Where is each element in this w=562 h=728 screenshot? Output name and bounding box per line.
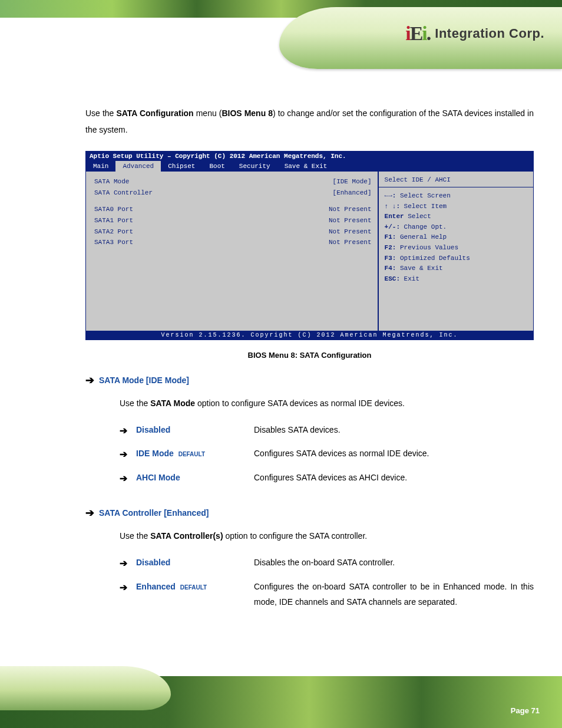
bios-row-value: Not Present [329,204,372,215]
separator [379,187,533,187]
text: Use the [120,531,150,541]
bios-row-value: Not Present [329,226,372,238]
option-desc: Configures the on-board SATA controller … [254,579,534,610]
bios-row-value: Not Present [329,215,372,226]
option-default: DEFAULT [178,451,205,457]
bios-row-label: SATA2 Port [94,226,133,238]
help-row: F2: Previous Values [385,243,527,253]
option-desc: Configures SATA devices as AHCI device. [254,470,534,486]
option-label: Disabled [136,422,254,438]
bios-row-label: SATA1 Port [94,215,133,226]
intro-text: menu ( [194,108,222,118]
param-title: SATA Mode [IDE Mode] [99,375,189,385]
logo-mark-icon: iEi. [405,22,430,45]
help-text: Select Item [404,203,447,210]
option-row: ➔IDE Mode DEFAULTConfigures SATA devices… [120,446,534,463]
page-number: Page 71 [511,706,540,715]
bios-tab-boot[interactable]: Boot [202,161,232,172]
bios-left-pane: SATA Mode[IDE Mode] SATA Controller[Enha… [86,172,379,331]
help-key: F4: [385,265,396,272]
param-sata-controller-head: ➔ SATA Controller [Enhanced] [85,506,534,519]
help-key: F2: [385,244,396,251]
bios-right-pane: Select IDE / AHCI ←→: Select Screen ↑ ↓:… [379,172,533,331]
help-text: Previous Values [400,244,458,251]
bios-row-port1: SATA1 PortNot Present [94,215,372,226]
param-sata-controller-body: Use the SATA Controller(s) option to con… [120,528,534,544]
help-key: ESC: [385,275,400,282]
bios-tab-advanced[interactable]: Advanced [115,161,161,172]
bios-row-value: [Enhanced] [333,187,372,199]
bios-tab-chipset[interactable]: Chipset [161,161,202,172]
logo: iEi. Integration Corp. [405,22,544,45]
bios-row-value: [IDE Mode] [333,176,372,187]
bios-row-value: Not Present [329,237,372,248]
bios-row-label: SATA0 Port [94,204,133,215]
help-key: ↑ ↓: [385,203,400,210]
bios-row-port2: SATA2 PortNot Present [94,226,372,238]
bios-row-label: SATA Mode [94,176,129,187]
arrow-icon: ➔ [120,579,136,597]
footer-green-lobe [0,666,171,710]
bios-footer: Version 2.15.1236. Copyright (C) 2012 Am… [86,331,533,340]
content: Use the SATA Configuration menu (BIOS Me… [85,105,534,616]
option-label: AHCI Mode [136,470,254,486]
intro-menu-bold: SATA Configuration [116,108,193,118]
logo-text: Integration Corp. [435,26,544,41]
help-key: F3: [385,255,396,262]
param-sata-mode-head: ➔ SATA Mode [IDE Mode] [85,374,534,387]
bios-row-sata-controller[interactable]: SATA Controller[Enhanced] [94,187,372,199]
bios-help: ←→: Select Screen ↑ ↓: Select Item Enter… [385,191,527,284]
help-row: ESC: Exit [385,274,527,285]
help-row: F1: General Help [385,232,527,243]
option-label: Enhanced DEFAULT [136,579,254,595]
bios-row-port3: SATA3 PortNot Present [94,237,372,248]
arrow-icon: ➔ [120,470,136,487]
bios-row-sata-mode[interactable]: SATA Mode[IDE Mode] [94,176,372,187]
spacer [85,493,534,500]
help-text: Exit [404,275,419,282]
help-row: ↑ ↓: Select Item [385,202,527,212]
option-label-text: Disabled [136,558,170,567]
bios-body: SATA Mode[IDE Mode] SATA Controller[Enha… [86,172,533,331]
help-text: Optimized Defaults [400,255,470,262]
option-row: ➔Enhanced DEFAULTConfigures the on-board… [120,579,534,610]
bios-row-port0: SATA0 PortNot Present [94,204,372,215]
bios-tab-main[interactable]: Main [86,161,115,172]
param-sata-mode-body: Use the SATA Mode option to configure SA… [120,395,534,411]
bios-tab-save-exit[interactable]: Save & Exit [277,161,335,172]
help-text: Save & Exit [400,265,443,272]
text-bold: SATA Controller(s) [150,531,223,541]
option-label: IDE Mode DEFAULT [136,446,254,462]
option-default: DEFAULT [180,584,207,591]
help-row: ←→: Select Screen [385,191,527,202]
text: Use the [120,398,150,408]
option-desc: Configures SATA devices as normal IDE de… [254,446,534,462]
figure-caption: BIOS Menu 8: SATA Configuration [85,351,534,360]
option-label-text: AHCI Mode [136,473,180,482]
bios-title: Aptio Setup Utility – Copyright (C) 2012… [86,151,533,161]
option-label: Disabled [136,555,254,571]
option-label-text: Disabled [136,425,170,434]
option-row: ➔AHCI ModeConfigures SATA devices as AHC… [120,470,534,487]
intro-ref-bold: BIOS Menu 8 [222,108,273,118]
page: iEi. Integration Corp. Use the SATA Conf… [0,0,562,728]
text-bold: SATA Mode [150,398,195,408]
spacer [94,198,372,204]
help-key: ←→: [385,192,396,199]
option-desc: Disables the on-board SATA controller. [254,555,534,571]
bios-tab-bar: Main Advanced Chipset Boot Security Save… [86,161,533,172]
arrow-icon: ➔ [120,446,136,463]
arrow-icon: ➔ [85,506,94,519]
bios-tab-security[interactable]: Security [232,161,277,172]
option-row: ➔DisabledDisables SATA devices. [120,422,534,440]
option-label-text: Enhanced [136,582,176,591]
intro-text: Use the [85,108,116,118]
help-key: F1: [385,233,396,241]
help-row: F4: Save & Exit [385,263,527,274]
arrow-icon: ➔ [120,422,136,440]
option-row: ➔DisabledDisables the on-board SATA cont… [120,555,534,572]
bios-row-label: SATA3 Port [94,237,133,248]
text: option to configure the SATA controller. [223,531,368,541]
header-white-swoosh [0,18,309,62]
help-row: +/-: Change Opt. [385,222,527,233]
